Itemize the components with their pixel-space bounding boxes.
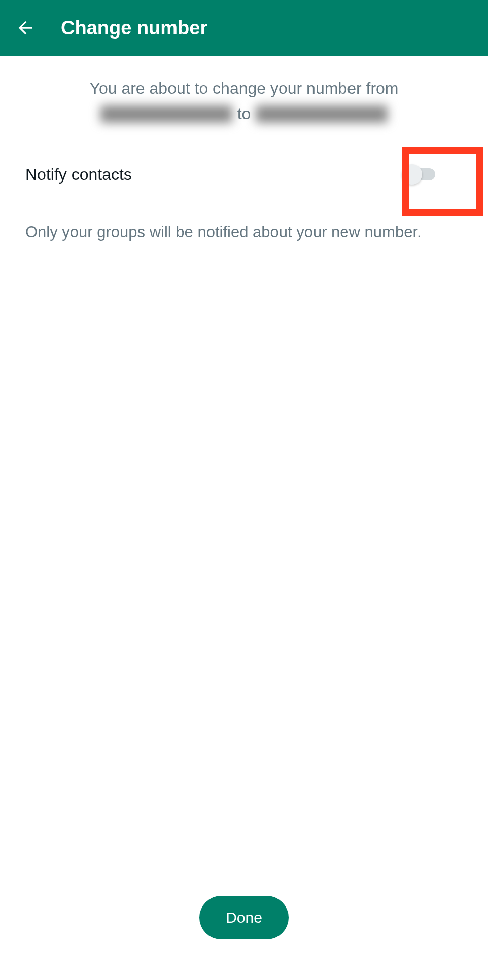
info-text-line2: to xyxy=(25,104,463,123)
notify-contacts-toggle[interactable] xyxy=(402,164,437,185)
old-number-blurred xyxy=(100,105,232,123)
done-button[interactable]: Done xyxy=(199,896,289,939)
toggle-knob xyxy=(402,164,422,185)
back-button[interactable] xyxy=(10,13,41,43)
page-title: Change number xyxy=(61,17,207,39)
description-section: Only your groups will be notified about … xyxy=(0,200,488,265)
app-header: Change number xyxy=(0,0,488,56)
description-text: Only your groups will be notified about … xyxy=(25,221,463,244)
new-number-blurred xyxy=(256,105,388,123)
done-button-container: Done xyxy=(0,896,488,939)
notify-contacts-label: Notify contacts xyxy=(25,165,132,184)
notify-contacts-row[interactable]: Notify contacts xyxy=(0,149,488,200)
arrow-left-icon xyxy=(15,18,36,38)
info-text-line1: You are about to change your number from xyxy=(25,76,463,100)
info-section: You are about to change your number from… xyxy=(0,56,488,149)
to-text: to xyxy=(237,104,251,123)
